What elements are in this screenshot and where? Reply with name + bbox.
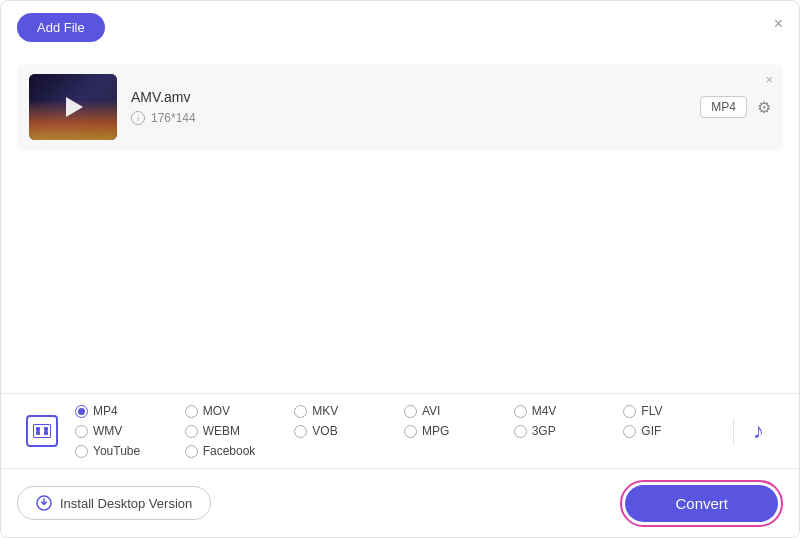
format-label-mkv: MKV	[312, 404, 338, 418]
top-bar: Add File ×	[1, 1, 799, 54]
file-list: AMV.amv i 176*144 MP4 ⚙ ×	[1, 54, 799, 160]
format-options: MP4 MOV MKV AVI M4V FLV WMV WEBM	[67, 404, 733, 458]
format-option-flv[interactable]: FLV	[623, 404, 733, 418]
radio-gif[interactable]	[623, 425, 636, 438]
file-actions: MP4 ⚙	[700, 96, 771, 118]
format-label-flv: FLV	[641, 404, 662, 418]
radio-3gp[interactable]	[514, 425, 527, 438]
film-dot-br	[44, 431, 48, 435]
file-info: AMV.amv i 176*144	[117, 89, 700, 125]
radio-webm[interactable]	[185, 425, 198, 438]
format-option-facebook[interactable]: Facebook	[185, 444, 295, 458]
download-icon	[36, 495, 52, 511]
file-format-badge: MP4	[700, 96, 747, 118]
format-label-facebook: Facebook	[203, 444, 256, 458]
radio-flv[interactable]	[623, 405, 636, 418]
radio-m4v[interactable]	[514, 405, 527, 418]
play-icon	[66, 97, 83, 117]
settings-icon[interactable]: ⚙	[757, 98, 771, 117]
window-close-button[interactable]: ×	[774, 15, 783, 33]
radio-mpg[interactable]	[404, 425, 417, 438]
radio-vob[interactable]	[294, 425, 307, 438]
radio-youtube[interactable]	[75, 445, 88, 458]
install-desktop-label: Install Desktop Version	[60, 496, 192, 511]
music-note-icon: ♪	[753, 418, 764, 444]
format-label-mov: MOV	[203, 404, 230, 418]
convert-button[interactable]: Convert	[625, 485, 778, 522]
format-option-vob[interactable]: VOB	[294, 424, 404, 438]
file-thumbnail	[29, 74, 117, 140]
film-icon[interactable]	[26, 415, 58, 447]
format-option-mpg[interactable]: MPG	[404, 424, 514, 438]
format-option-3gp[interactable]: 3GP	[514, 424, 624, 438]
file-item: AMV.amv i 176*144 MP4 ⚙ ×	[17, 64, 783, 150]
file-dimensions: 176*144	[151, 111, 196, 125]
format-label-avi: AVI	[422, 404, 440, 418]
radio-wmv[interactable]	[75, 425, 88, 438]
radio-dot-mp4	[78, 408, 85, 415]
audio-icon-area[interactable]: ♪	[733, 418, 783, 444]
radio-mov[interactable]	[185, 405, 198, 418]
action-bar: Install Desktop Version Convert	[1, 469, 799, 537]
file-name: AMV.amv	[131, 89, 686, 105]
film-dot-bl	[36, 431, 40, 435]
file-meta: i 176*144	[131, 111, 686, 125]
format-option-youtube[interactable]: YouTube	[75, 444, 185, 458]
format-label-webm: WEBM	[203, 424, 240, 438]
format-label-wmv: WMV	[93, 424, 122, 438]
radio-mp4[interactable]	[75, 405, 88, 418]
format-option-webm[interactable]: WEBM	[185, 424, 295, 438]
format-option-mp4[interactable]: MP4	[75, 404, 185, 418]
format-label-gif: GIF	[641, 424, 661, 438]
format-option-gif[interactable]: GIF	[623, 424, 733, 438]
format-label-youtube: YouTube	[93, 444, 140, 458]
format-label-vob: VOB	[312, 424, 337, 438]
radio-avi[interactable]	[404, 405, 417, 418]
format-option-wmv[interactable]: WMV	[75, 424, 185, 438]
install-desktop-button[interactable]: Install Desktop Version	[17, 486, 211, 520]
format-option-mov[interactable]: MOV	[185, 404, 295, 418]
radio-facebook[interactable]	[185, 445, 198, 458]
video-format-icon-area	[17, 415, 67, 447]
format-option-mkv[interactable]: MKV	[294, 404, 404, 418]
format-label-m4v: M4V	[532, 404, 557, 418]
info-icon: i	[131, 111, 145, 125]
film-inner	[33, 424, 51, 438]
format-label-3gp: 3GP	[532, 424, 556, 438]
radio-mkv[interactable]	[294, 405, 307, 418]
format-bar: MP4 MOV MKV AVI M4V FLV WMV WEBM	[1, 393, 799, 469]
format-option-m4v[interactable]: M4V	[514, 404, 624, 418]
empty-area	[1, 160, 799, 402]
format-label-mpg: MPG	[422, 424, 449, 438]
format-label-mp4: MP4	[93, 404, 118, 418]
add-file-button[interactable]: Add File	[17, 13, 105, 42]
convert-button-wrapper: Convert	[620, 480, 783, 527]
format-option-avi[interactable]: AVI	[404, 404, 514, 418]
file-remove-button[interactable]: ×	[765, 72, 773, 87]
